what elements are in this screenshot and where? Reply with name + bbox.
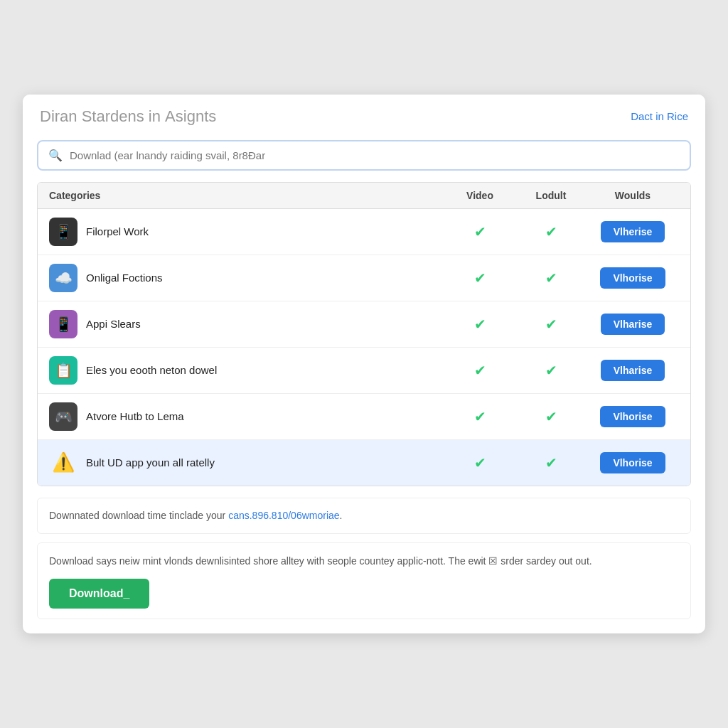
category-cell: 🎮 Atvore Hutb to Lema xyxy=(49,402,444,431)
table-row: ☁️ Onligal Foctions ✔ ✔ Vlhorise xyxy=(38,255,690,301)
description-section: Download says neiw mint vlonds dewnlisin… xyxy=(37,542,691,619)
video-check: ✔ xyxy=(444,316,515,333)
col-categories: Categories xyxy=(49,190,444,201)
category-name: Bult UD app youn all ratelly xyxy=(86,456,215,469)
action-button[interactable]: Vlharise xyxy=(601,314,665,335)
action-cell: Vlhorise xyxy=(587,452,679,473)
action-cell: Vlhorise xyxy=(587,406,679,427)
app-icon: 📋 xyxy=(49,356,77,385)
title-bold: Diran Stardens in xyxy=(40,107,161,125)
action-cell: Vlharise xyxy=(587,314,679,335)
category-name: Atvore Hutb to Lema xyxy=(86,410,184,422)
app-icon: 📱 xyxy=(49,218,77,246)
table-row-highlighted: ⚠️ Bult UD app youn all ratelly ✔ ✔ Vlho… xyxy=(38,440,690,486)
app-icon: 🎮 xyxy=(49,402,77,431)
action-button[interactable]: Vlhorise xyxy=(600,406,665,427)
action-button[interactable]: Vlherise xyxy=(601,221,665,242)
title-gray: Asignts xyxy=(165,107,216,125)
action-button[interactable]: Vlharise xyxy=(601,360,665,381)
header: Diran Stardens in Asignts Dact in Rice xyxy=(23,95,705,133)
lodult-check: ✔ xyxy=(515,269,587,287)
category-cell: ☁️ Onligal Foctions xyxy=(49,264,444,292)
table-row: 🎮 Atvore Hutb to Lema ✔ ✔ Vlhorise xyxy=(38,394,690,440)
table-row: 📱 Appi Slears ✔ ✔ Vlharise xyxy=(38,301,690,348)
category-name: Filorpel Work xyxy=(86,225,149,237)
video-check: ✔ xyxy=(444,454,515,471)
col-woulds: Woulds xyxy=(587,190,679,201)
header-link[interactable]: Dact in Rice xyxy=(631,110,688,122)
search-input[interactable] xyxy=(70,149,680,161)
categories-table: Categories Video Lodult Woulds 📱 Filorpe… xyxy=(37,182,691,486)
description-text: Download says neiw mint vlonds dewnlisin… xyxy=(49,553,679,569)
video-check: ✔ xyxy=(444,408,515,425)
info-section: Downnated download time tinclade your ca… xyxy=(37,498,691,534)
lodult-check: ✔ xyxy=(515,223,587,240)
category-name: Onligal Foctions xyxy=(86,272,163,284)
category-cell: 📋 Eles you eooth neton dowel xyxy=(49,356,444,385)
page-title: Diran Stardens in Asignts xyxy=(40,107,216,126)
app-icon: ☁️ xyxy=(49,264,77,292)
video-check: ✔ xyxy=(444,223,515,240)
video-check: ✔ xyxy=(444,269,515,287)
video-check: ✔ xyxy=(444,362,515,379)
col-video: Video xyxy=(444,190,515,201)
table-header: Categories Video Lodult Woulds xyxy=(38,183,690,209)
search-bar: 🔍 xyxy=(37,140,691,171)
category-name: Appi Slears xyxy=(86,318,141,330)
lodult-check: ✔ xyxy=(515,316,587,333)
category-cell: 📱 Appi Slears xyxy=(49,310,444,338)
table-row: 📱 Filorpel Work ✔ ✔ Vlherise xyxy=(38,209,690,255)
action-cell: Vlharise xyxy=(587,360,679,381)
warning-icon: ⚠️ xyxy=(49,449,77,477)
col-lodult: Lodult xyxy=(515,190,587,201)
main-window: Diran Stardens in Asignts Dact in Rice 🔍… xyxy=(23,95,705,633)
lodult-check: ✔ xyxy=(515,454,587,471)
action-button[interactable]: Vlhorise xyxy=(600,452,665,473)
category-name: Eles you eooth neton dowel xyxy=(86,364,217,376)
action-cell: Vlherise xyxy=(587,221,679,242)
info-link[interactable]: cans.896.810/06wmoriae xyxy=(228,510,339,521)
search-icon: 🔍 xyxy=(48,149,63,162)
lodult-check: ✔ xyxy=(515,362,587,379)
table-row: 📋 Eles you eooth neton dowel ✔ ✔ Vlharis… xyxy=(38,348,690,394)
category-cell: 📱 Filorpel Work xyxy=(49,218,444,246)
category-cell: ⚠️ Bult UD app youn all ratelly xyxy=(49,449,444,477)
app-icon: 📱 xyxy=(49,310,77,338)
info-text: Downnated download time tinclade your ca… xyxy=(49,508,679,523)
info-text-prefix: Downnated download time tinclade your xyxy=(49,510,228,521)
lodult-check: ✔ xyxy=(515,408,587,425)
action-button[interactable]: Vlhorise xyxy=(600,267,665,289)
info-text-suffix: . xyxy=(340,510,343,521)
action-cell: Vlhorise xyxy=(587,267,679,289)
download-button[interactable]: Download_ xyxy=(49,579,149,609)
